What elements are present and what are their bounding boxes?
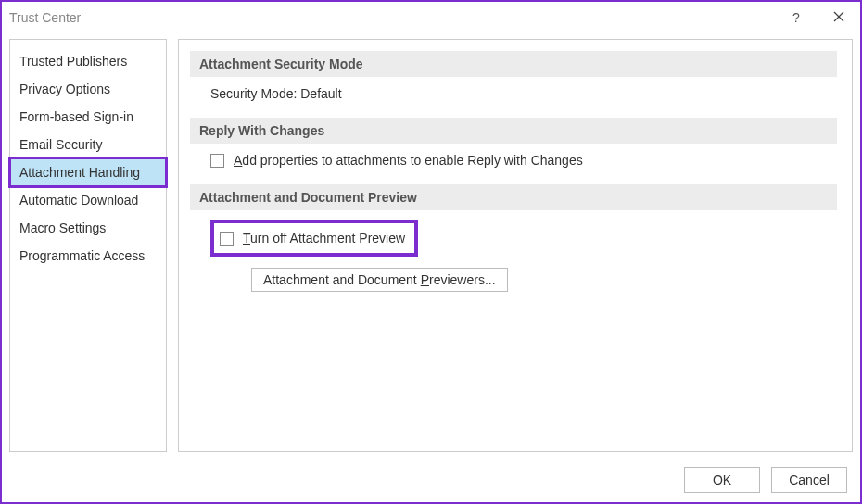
turn-off-preview-checkbox-label: Turn off Attachment Preview — [243, 231, 405, 246]
help-icon: ? — [792, 10, 800, 25]
section-body-preview: Turn off Attachment Preview Attachment a… — [210, 220, 837, 292]
section-body-reply-changes: Add properties to attachments to enable … — [210, 153, 837, 168]
section-body-security-mode: Security Mode: Default — [210, 86, 837, 101]
trust-center-window: Trust Center ? Trusted Publishers Privac… — [0, 0, 862, 504]
section-header-reply-changes: Reply With Changes — [190, 118, 837, 144]
checkbox-icon — [220, 232, 234, 246]
dialog-footer: OK Cancel — [2, 458, 860, 502]
reply-changes-checkbox-label: Add properties to attachments to enable … — [234, 153, 583, 168]
sidebar-item-email-security[interactable]: Email Security — [10, 131, 166, 158]
section-header-preview: Attachment and Document Preview — [190, 184, 837, 210]
section-header-security-mode: Attachment Security Mode — [190, 51, 837, 77]
sidebar: Trusted Publishers Privacy Options Form-… — [9, 39, 167, 452]
sidebar-item-label: Macro Settings — [19, 220, 106, 235]
security-mode-value: Security Mode: Default — [210, 86, 342, 101]
sidebar-item-macro-settings[interactable]: Macro Settings — [10, 214, 166, 242]
ok-button-label: OK — [713, 472, 731, 487]
sidebar-item-label: Automatic Download — [19, 193, 138, 208]
sidebar-item-label: Form-based Sign-in — [19, 109, 133, 124]
sidebar-item-label: Attachment Handling — [19, 165, 140, 180]
sidebar-item-label: Email Security — [19, 137, 102, 152]
sidebar-item-label: Trusted Publishers — [19, 54, 127, 69]
previewers-button[interactable]: Attachment and Document Previewers... — [251, 268, 508, 292]
turn-off-preview-checkbox-row[interactable]: Turn off Attachment Preview — [220, 231, 405, 246]
titlebar-actions: ? — [775, 2, 860, 33]
sidebar-item-automatic-download[interactable]: Automatic Download — [10, 186, 166, 214]
sidebar-item-label: Privacy Options — [19, 82, 110, 96]
close-button[interactable] — [818, 2, 860, 33]
dialog-body: Trusted Publishers Privacy Options Form-… — [2, 33, 860, 458]
close-icon — [833, 10, 844, 25]
cancel-button[interactable]: Cancel — [771, 467, 847, 493]
sidebar-item-trusted-publishers[interactable]: Trusted Publishers — [10, 47, 166, 75]
help-button[interactable]: ? — [775, 2, 818, 33]
content-pane: Attachment Security Mode Security Mode: … — [178, 39, 853, 452]
checkbox-icon — [210, 154, 224, 168]
reply-changes-checkbox-row[interactable]: Add properties to attachments to enable … — [210, 153, 837, 168]
cancel-button-label: Cancel — [789, 472, 830, 487]
sidebar-item-label: Programmatic Access — [19, 248, 145, 263]
highlight-annotation: Turn off Attachment Preview — [210, 220, 418, 257]
window-title: Trust Center — [9, 10, 81, 25]
ok-button[interactable]: OK — [684, 467, 760, 493]
sidebar-item-privacy-options[interactable]: Privacy Options — [10, 75, 166, 103]
sidebar-item-attachment-handling[interactable]: Attachment Handling — [10, 158, 166, 186]
sidebar-item-programmatic-access[interactable]: Programmatic Access — [10, 242, 166, 270]
sidebar-item-form-based-sign-in[interactable]: Form-based Sign-in — [10, 103, 166, 131]
titlebar: Trust Center ? — [2, 2, 860, 33]
